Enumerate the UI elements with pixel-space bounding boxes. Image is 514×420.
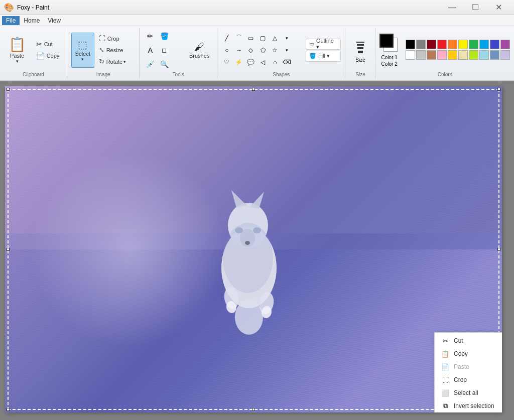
color-swatch-1[interactable] bbox=[416, 40, 426, 49]
color-swatch-13[interactable] bbox=[437, 50, 447, 60]
color-swatch-6[interactable] bbox=[469, 40, 478, 49]
color-swatch-17[interactable] bbox=[479, 50, 489, 60]
color-swatch-4[interactable] bbox=[448, 40, 457, 49]
color-swatch-12[interactable] bbox=[427, 50, 436, 60]
fox-figure bbox=[194, 178, 304, 338]
copy-button[interactable]: 📄 Copy bbox=[33, 50, 63, 61]
color-swatch-0[interactable] bbox=[406, 40, 415, 49]
shape-speech[interactable]: 💬 bbox=[245, 57, 256, 68]
resize-handle-bl[interactable] bbox=[7, 408, 10, 411]
shape-callout[interactable]: ◁ bbox=[258, 57, 269, 68]
color-swatch-2[interactable] bbox=[427, 40, 436, 49]
color-swatch-15[interactable] bbox=[458, 50, 468, 60]
svg-point-13 bbox=[253, 227, 261, 233]
context-menu: ✂Cut📋Copy📄Paste⛶Crop⬜Select all⧉Invert s… bbox=[434, 332, 502, 412]
size-label: Size bbox=[355, 71, 365, 77]
eraser-tool[interactable]: ◻ bbox=[158, 44, 171, 57]
maximize-button[interactable]: ☐ bbox=[464, 0, 487, 15]
canvas-wrapper[interactable]: ✂Cut📋Copy📄Paste⛶Crop⬜Select all⧉Invert s… bbox=[5, 86, 502, 412]
magnifier-tool[interactable]: 🔍 bbox=[158, 58, 171, 71]
crop-icon: ⛶ bbox=[99, 35, 105, 42]
resize-handle-ml[interactable] bbox=[7, 248, 10, 251]
resize-handle-tr[interactable] bbox=[497, 88, 500, 91]
color-swatch-3[interactable] bbox=[437, 40, 447, 49]
shape-line[interactable]: ╱ bbox=[221, 33, 232, 44]
shape-star[interactable]: ☆ bbox=[270, 45, 281, 56]
close-button[interactable]: ✕ bbox=[487, 0, 510, 15]
color-swatch-14[interactable] bbox=[448, 50, 457, 60]
shape-scroll[interactable]: ⌫ bbox=[282, 57, 293, 68]
resize-handle-tc[interactable] bbox=[252, 88, 255, 91]
ctx-icon-copy: 📋 bbox=[441, 350, 450, 358]
shape-ribbon2[interactable]: ⌂ bbox=[270, 57, 281, 68]
brushes-button[interactable]: 🖌 Brushes bbox=[186, 33, 213, 68]
rotate-icon: ↻ bbox=[99, 58, 104, 65]
color-swatch-18[interactable] bbox=[490, 50, 499, 60]
menu-view[interactable]: View bbox=[44, 16, 65, 25]
ctx-item-crop[interactable]: ⛶Crop bbox=[435, 373, 502, 386]
resize-icon: ⤡ bbox=[99, 46, 104, 54]
resize-button[interactable]: ⤡ Resize bbox=[95, 45, 136, 56]
ctx-item-select-all[interactable]: ⬜Select all bbox=[435, 386, 502, 399]
resize-handle-tl[interactable] bbox=[7, 88, 10, 91]
ribbon-clipboard-group: 📋 Paste ▾ ✂ Cut 📄 Copy Clipboard bbox=[0, 28, 67, 78]
cut-button[interactable]: ✂ Cut bbox=[33, 39, 63, 50]
shape-roundrect[interactable]: ▢ bbox=[258, 33, 269, 44]
color-swatch-9[interactable] bbox=[500, 40, 510, 49]
text-tool[interactable]: A bbox=[144, 44, 157, 57]
shape-more[interactable]: ▾ bbox=[282, 33, 293, 44]
ctx-item-copy[interactable]: 📋Copy bbox=[435, 347, 502, 360]
color2-button[interactable]: Color 2 bbox=[381, 61, 398, 67]
menu-home[interactable]: Home bbox=[20, 16, 44, 25]
color-swatch-16[interactable] bbox=[469, 50, 478, 60]
ribbon-image-group: ⬚ Select ▾ ⛶ Crop ⤡ Resize ↻ Rotate ▾ bbox=[67, 28, 140, 78]
ctx-icon-invert-selection: ⧉ bbox=[441, 402, 450, 410]
color1-swatch bbox=[379, 34, 394, 48]
shape-triangle[interactable]: △ bbox=[270, 33, 281, 44]
ctx-icon-crop: ⛶ bbox=[441, 376, 450, 384]
ctx-item-cut[interactable]: ✂Cut bbox=[435, 334, 502, 347]
menu-file[interactable]: File bbox=[2, 16, 20, 25]
shape-lightning[interactable]: ⚡ bbox=[233, 57, 244, 68]
paint-bucket-tool[interactable]: 🪣 bbox=[158, 30, 171, 43]
shape-curve[interactable]: ⌒ bbox=[233, 33, 244, 44]
color-swatch-19[interactable] bbox=[500, 50, 510, 60]
color-swatch-11[interactable] bbox=[416, 50, 426, 60]
shape-ellipse[interactable]: ○ bbox=[221, 45, 232, 56]
fill-button[interactable]: 🪣 Fill ▾ bbox=[306, 51, 341, 62]
shapes-icons: ╱ ⌒ ▭ ▢ △ ▾ ○ → ◇ ⬠ ☆ ▾ ♡ ⚡ 💬 ◁ ⌂ ⌫ bbox=[221, 33, 302, 68]
rotate-button[interactable]: ↻ Rotate ▾ bbox=[95, 56, 136, 67]
color-swatch-5[interactable] bbox=[458, 40, 468, 49]
shape-pentagon[interactable]: ⬠ bbox=[258, 45, 269, 56]
shape-more2[interactable]: ▾ bbox=[282, 45, 293, 56]
paste-button[interactable]: 📋 Paste ▾ bbox=[4, 33, 31, 68]
color-picker-tool[interactable]: 💉 bbox=[144, 58, 157, 71]
color-swatch-7[interactable] bbox=[479, 40, 489, 49]
crop-button[interactable]: ⛶ Crop bbox=[95, 33, 136, 44]
shape-arrow[interactable]: → bbox=[233, 45, 244, 56]
minimize-button[interactable]: — bbox=[441, 0, 464, 15]
pencil-tool[interactable]: ✏ bbox=[144, 30, 157, 43]
color-swatch-8[interactable] bbox=[490, 40, 499, 49]
svg-point-12 bbox=[235, 227, 243, 233]
size-button[interactable]: Size bbox=[352, 37, 368, 64]
shape-diamond[interactable]: ◇ bbox=[245, 45, 256, 56]
resize-handle-bc[interactable] bbox=[252, 408, 255, 411]
outline-button[interactable]: ▭ Outline ▾ bbox=[306, 39, 341, 50]
tools-label: Tools bbox=[172, 71, 184, 77]
select-icon: ⬚ bbox=[78, 39, 87, 51]
color-swatches bbox=[406, 40, 510, 60]
ribbon-tools-group: ✏ 🪣 A ◻ 💉 🔍 🖌 Brushes Tools bbox=[140, 28, 217, 78]
color1-button[interactable]: Color 1 bbox=[379, 34, 400, 60]
title-bar-title: Foxy - Paint bbox=[17, 4, 49, 11]
resize-handle-mr[interactable] bbox=[497, 248, 500, 251]
ctx-item-invert-selection[interactable]: ⧉Invert selection bbox=[435, 399, 502, 412]
shape-rect[interactable]: ▭ bbox=[245, 33, 256, 44]
ribbon-shapes-group: ╱ ⌒ ▭ ▢ △ ▾ ○ → ◇ ⬠ ☆ ▾ ♡ ⚡ 💬 ◁ ⌂ ⌫ bbox=[217, 28, 346, 78]
svg-marker-2 bbox=[231, 190, 246, 208]
select-button[interactable]: ⬚ Select ▾ bbox=[71, 33, 94, 68]
color-swatch-10[interactable] bbox=[406, 50, 415, 60]
shape-heart[interactable]: ♡ bbox=[221, 57, 232, 68]
ctx-label-cut: Cut bbox=[454, 337, 463, 344]
svg-point-6 bbox=[235, 300, 263, 335]
